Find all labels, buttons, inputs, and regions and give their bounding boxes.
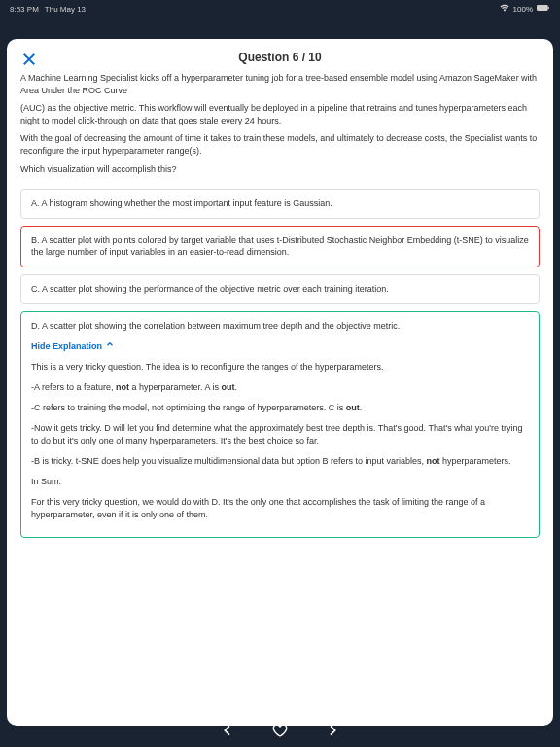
explain-3: -C refers to training the model, not opt… — [31, 402, 529, 414]
chevron-up-icon — [105, 339, 115, 353]
question-card: Question 6 / 10 A Machine Learning Speci… — [7, 39, 553, 726]
option-d[interactable]: D. A scatter plot showing the correlatio… — [20, 311, 540, 539]
options-list: A. A histogram showing whether the most … — [7, 189, 553, 538]
svg-rect-0 — [537, 5, 548, 11]
battery-icon — [537, 4, 550, 14]
favorite-button[interactable] — [272, 723, 288, 742]
explain-4: -Now it gets tricky. D will let you find… — [31, 422, 529, 447]
option-a[interactable]: A. A histogram showing whether the most … — [20, 189, 540, 219]
explanation: This is a very tricky question. The idea… — [31, 361, 529, 521]
close-button[interactable] — [20, 51, 38, 72]
explain-5: -B is tricky. t-SNE does help you visual… — [31, 455, 529, 468]
wifi-icon — [500, 3, 509, 15]
option-d-text: D. A scatter plot showing the correlatio… — [31, 320, 529, 333]
option-c[interactable]: C. A scatter plot showing the performanc… — [20, 274, 540, 304]
next-button[interactable] — [325, 723, 340, 742]
option-b[interactable]: B. A scatter plot with points colored by… — [20, 226, 540, 267]
question-p3: With the goal of decreasing the amount o… — [20, 132, 540, 157]
question-p2: (AUC) as the objective metric. This work… — [20, 102, 540, 126]
svg-rect-1 — [548, 7, 549, 9]
battery-label: 100% — [513, 5, 533, 14]
page-title: Question 6 / 10 — [20, 51, 540, 64]
status-time: 8:53 PM — [10, 5, 39, 14]
question-p1: A Machine Learning Specialist kicks off … — [20, 72, 540, 96]
question-text: A Machine Learning Specialist kicks off … — [7, 72, 553, 189]
status-bar: 8:53 PM Thu May 13 100% — [0, 0, 560, 18]
question-p4: Which visualization will accomplish this… — [20, 163, 540, 176]
explain-6: In Sum: — [31, 476, 529, 488]
bottom-nav — [0, 718, 560, 747]
status-date: Thu May 13 — [45, 5, 86, 14]
prev-button[interactable] — [220, 723, 235, 742]
card-header: Question 6 / 10 — [7, 39, 553, 72]
explain-2: -A refers to a feature, not a hyperparam… — [31, 381, 529, 394]
explain-1: This is a very tricky question. The idea… — [31, 361, 529, 374]
explain-7: For this very tricky question, we would … — [31, 496, 529, 521]
hide-explanation-toggle[interactable]: Hide Explanation — [31, 339, 529, 353]
toggle-label: Hide Explanation — [31, 340, 102, 353]
